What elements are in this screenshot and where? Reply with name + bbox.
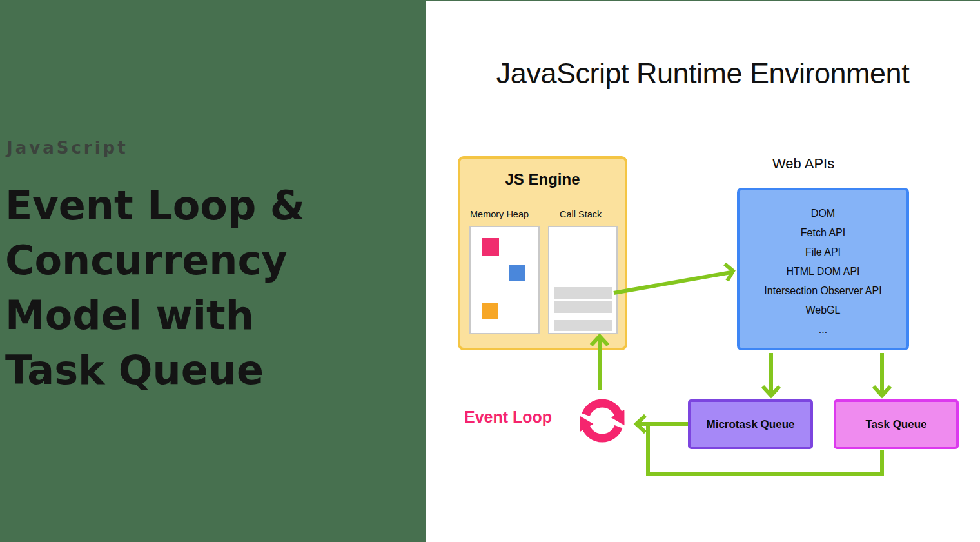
microtask-queue-box: Microtask Queue: [688, 399, 813, 449]
task-queue-label: Task Queue: [865, 418, 926, 431]
event-loop-label: Event Loop: [464, 408, 552, 427]
memory-heap-box: [469, 226, 540, 334]
right-arrowhead: [725, 264, 733, 281]
heap-object-orange: [482, 303, 498, 319]
web-api-item: ...: [819, 320, 827, 339]
heap-object-pink: [482, 238, 499, 256]
stack-to-webapis-line: [614, 272, 731, 293]
call-stack-box: [548, 226, 618, 334]
page-title-line: Model with: [5, 288, 305, 343]
web-apis-box: DOMFetch APIFile APIHTML DOM APIIntersec…: [737, 188, 909, 350]
web-api-item: WebGL: [806, 301, 841, 320]
page-title-line: Event Loop &: [5, 178, 305, 233]
top-edge-strip: [0, 0, 980, 1]
page-title-line: Task Queue: [5, 343, 305, 397]
down-arrowhead: [874, 386, 890, 396]
diagram-panel: JavaScript Runtime Environment JS Engine…: [426, 0, 980, 542]
stack-frame: [554, 301, 612, 313]
memory-heap-label: Memory Heap: [470, 209, 529, 219]
page-title-line: Concurrency: [5, 233, 305, 288]
stack-frame: [554, 320, 612, 331]
task-queue-box: Task Queue: [834, 399, 959, 449]
event-loop-cycle-icon: [569, 391, 636, 450]
web-api-item: DOM: [811, 204, 835, 223]
js-engine-title: JS Engine: [460, 170, 625, 188]
kicker-label: JavaScript: [6, 138, 128, 157]
stack-frame: [554, 287, 612, 299]
microtask-queue-label: Microtask Queue: [707, 418, 795, 431]
call-stack-label: Call Stack: [560, 209, 602, 219]
page-title: Event Loop &ConcurrencyModel withTask Qu…: [5, 178, 305, 397]
js-engine-box: JS Engine Memory Heap Call Stack: [458, 156, 627, 350]
web-api-item: Fetch API: [801, 223, 845, 243]
down-arrowhead: [763, 386, 779, 396]
title-panel: JavaScript Event Loop &ConcurrencyModel …: [0, 0, 426, 542]
left-arrowhead: [636, 416, 645, 432]
web-apis-title: Web APIs: [772, 156, 834, 172]
web-api-item: Intersection Observer API: [764, 281, 881, 301]
heap-object-blue: [509, 265, 525, 281]
diagram-title: JavaScript Runtime Environment: [426, 57, 980, 90]
web-api-item: File API: [805, 243, 841, 262]
web-api-item: HTML DOM API: [786, 262, 859, 281]
